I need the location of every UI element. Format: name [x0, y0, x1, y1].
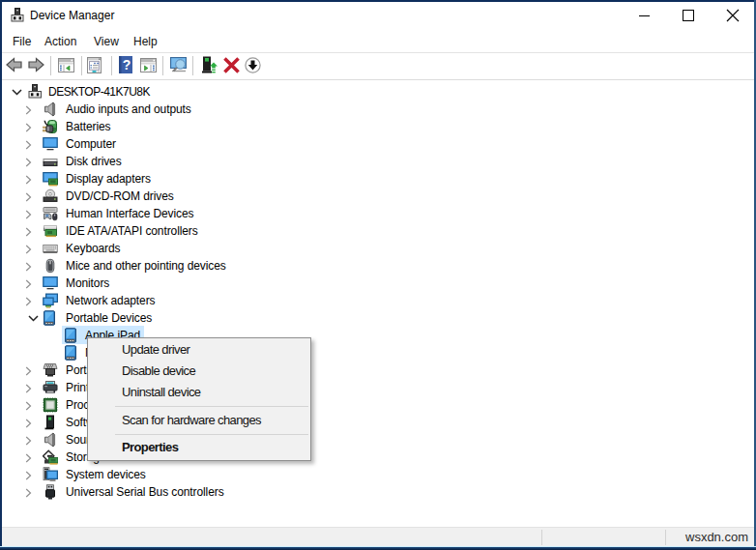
svg-text:?: ?: [123, 57, 131, 72]
